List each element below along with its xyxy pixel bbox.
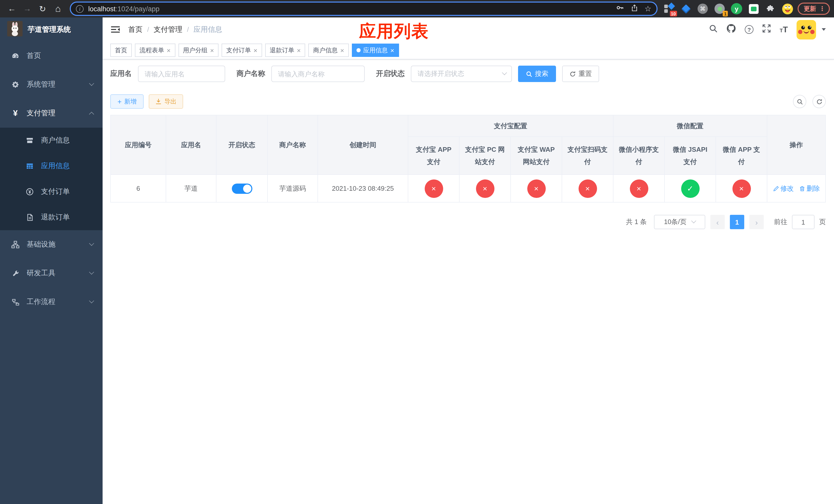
tab-close-icon[interactable]: ×: [167, 47, 171, 53]
extension-command-icon[interactable]: ⌘: [697, 3, 709, 15]
cell-app-id: 6: [111, 175, 166, 202]
breadcrumb-separator: /: [147, 26, 149, 33]
sidebar-item-infrastructure[interactable]: 基础设施: [0, 230, 103, 259]
sidebar-item-workflow[interactable]: 工作流程: [0, 288, 103, 316]
search-button[interactable]: 搜索: [518, 66, 556, 82]
col-alipay-qr: 支付宝扫码支付: [562, 137, 613, 175]
forward-button[interactable]: →: [21, 2, 34, 16]
breadcrumb-separator: /: [187, 26, 189, 33]
sidebar-item-label: 应用信息: [41, 161, 70, 171]
sidebar-item-label: 首页: [27, 51, 41, 61]
tab-label: 用户分组: [183, 46, 207, 54]
user-avatar[interactable]: [796, 20, 816, 39]
extension-badge: 1: [723, 11, 728, 17]
status-select[interactable]: 请选择开启状态: [411, 66, 512, 82]
total-count: 共 1 条: [626, 217, 647, 227]
annotation-title: 应用列表: [359, 20, 429, 43]
site-info-icon[interactable]: i: [76, 5, 84, 13]
breadcrumb-payment[interactable]: 支付管理: [154, 25, 182, 34]
tab-label: 退款订单: [270, 46, 294, 54]
tab-6[interactable]: 应用信息×: [352, 44, 399, 57]
chevron-up-icon: [89, 112, 94, 117]
col-alipay-wap: 支付宝 WAP 网站支付: [511, 137, 562, 175]
page-size-select[interactable]: 10条/页: [654, 215, 705, 229]
add-button[interactable]: + 新增: [110, 94, 144, 109]
update-label: 更新: [804, 4, 816, 13]
browser-profile-avatar[interactable]: [781, 3, 793, 15]
extension-gem-icon[interactable]: [680, 3, 692, 15]
tab-close-icon[interactable]: ×: [254, 47, 257, 53]
extension-y-icon[interactable]: y: [730, 3, 743, 15]
github-icon[interactable]: [726, 24, 736, 36]
toggle-search-button[interactable]: [793, 95, 806, 108]
browser-menu-kebab-icon[interactable]: ⋮: [819, 5, 825, 12]
password-key-icon[interactable]: [616, 4, 624, 14]
breadcrumb-home[interactable]: 首页: [128, 25, 142, 34]
browser-update-button[interactable]: 更新 ⋮: [797, 3, 830, 15]
refresh-button[interactable]: [812, 95, 826, 108]
bookmark-star-icon[interactable]: ☆: [644, 4, 652, 13]
tab-2[interactable]: 用户分组×: [178, 44, 219, 57]
tab-3[interactable]: 支付订单×: [222, 44, 262, 57]
prev-page-button[interactable]: ‹: [710, 215, 725, 229]
collapse-sidebar-icon[interactable]: [111, 26, 120, 33]
sidebar-item-merchant-info[interactable]: 商户信息: [0, 128, 103, 153]
extension-chat-icon[interactable]: [747, 3, 760, 15]
extensions-puzzle-icon[interactable]: [764, 3, 776, 15]
enabled-toggle[interactable]: [232, 183, 252, 193]
table-row: 6 芋道 芋道源码 2021-10-23 08:49:25 × × × × ×: [111, 175, 826, 202]
tab-4[interactable]: 退款订单×: [265, 44, 305, 57]
font-size-icon[interactable]: TT: [780, 25, 788, 34]
search-icon[interactable]: [709, 24, 718, 35]
app-name-label: 应用名: [110, 69, 132, 78]
goto-page-input[interactable]: [792, 215, 814, 229]
tab-0[interactable]: 首页: [110, 44, 132, 57]
tab-close-icon[interactable]: ×: [340, 47, 344, 53]
extension-sidebar-icon[interactable]: 10: [663, 3, 675, 15]
next-page-button[interactable]: ›: [749, 215, 764, 229]
chevron-down-icon: [89, 269, 94, 274]
extension-badge: 10: [670, 11, 677, 17]
tab-close-icon[interactable]: ×: [297, 47, 301, 53]
page-content: 应用名 商户名称 开启状态 请选择开启状态 搜索 重置: [103, 60, 834, 229]
url-text[interactable]: localhost:1024/pay/app: [88, 5, 159, 13]
col-alipay-app: 支付宝 APP 支付: [408, 137, 459, 175]
browser-toolbar: ← → ↻ ⌂ i localhost:1024/pay/app ☆ 10: [0, 0, 834, 18]
sidebar-item-label: 研发工具: [27, 269, 56, 278]
fullscreen-icon[interactable]: [762, 24, 771, 35]
group-alipay-config: 支付宝配置: [408, 115, 613, 137]
export-button[interactable]: 导出: [149, 94, 183, 109]
back-button[interactable]: ←: [5, 2, 19, 16]
tab-close-icon[interactable]: ×: [210, 47, 214, 53]
sidebar-item-refund-order[interactable]: 退款订单: [0, 205, 103, 230]
tab-close-icon[interactable]: ×: [390, 47, 394, 53]
app-name-input[interactable]: [138, 66, 225, 82]
sidebar-item-home[interactable]: 首页: [0, 42, 103, 70]
delete-link[interactable]: 删除: [799, 184, 820, 193]
tab-1[interactable]: 流程表单×: [135, 44, 175, 57]
infra-tree-icon: [10, 240, 21, 249]
tab-5[interactable]: 商户信息×: [308, 44, 349, 57]
col-wechat-jsapi: 微信 JSAPI 支付: [664, 137, 716, 175]
edit-link[interactable]: 修改: [773, 184, 794, 193]
reset-button[interactable]: 重置: [562, 66, 599, 82]
app-logo-row[interactable]: 芋道管理系统: [0, 18, 103, 42]
home-button[interactable]: ⌂: [51, 2, 65, 16]
merchant-name-input[interactable]: [271, 66, 365, 82]
cell-wechat-app-status: ×: [716, 175, 767, 202]
avatar-caret-icon[interactable]: [822, 28, 826, 31]
cell-operations: 修改删除: [767, 175, 826, 202]
share-icon[interactable]: [631, 4, 638, 14]
help-icon[interactable]: ?: [745, 25, 753, 34]
address-bar[interactable]: i localhost:1024/pay/app ☆: [70, 2, 658, 16]
page-1-button[interactable]: 1: [730, 215, 744, 229]
sidebar-item-pay-order[interactable]: 支付订单: [0, 179, 103, 205]
sidebar-item-system[interactable]: 系统管理: [0, 70, 103, 99]
sidebar-item-payment[interactable]: ¥ 支付管理: [0, 99, 103, 128]
reload-button[interactable]: ↻: [36, 2, 49, 16]
pagination: 共 1 条 10条/页 ‹ 1 › 前往 页: [110, 215, 826, 229]
sidebar-item-app-info[interactable]: 应用信息: [0, 153, 103, 179]
tabs-bar: 首页流程表单×用户分组×支付订单×退款订单×商户信息×应用信息×: [103, 42, 834, 60]
extension-recorder-icon[interactable]: 1: [714, 3, 726, 15]
sidebar-item-dev-tools[interactable]: 研发工具: [0, 259, 103, 288]
